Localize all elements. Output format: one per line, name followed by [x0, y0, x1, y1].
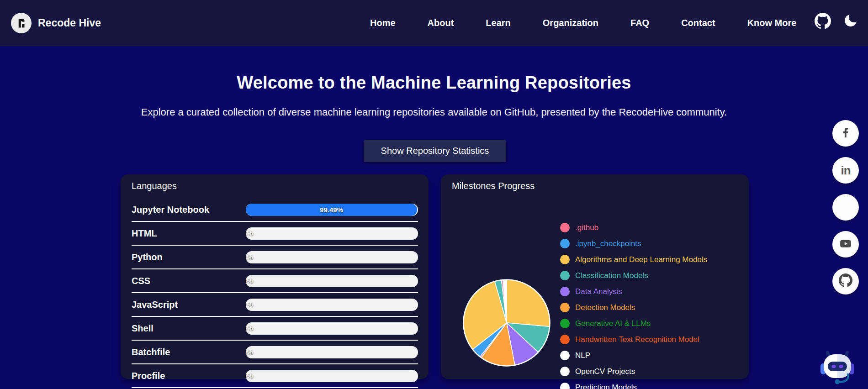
language-percent-label: 6%	[246, 229, 253, 237]
legend-label: .github	[575, 223, 598, 232]
legend-label: OpenCV Projects	[575, 367, 635, 376]
nav-link-contact[interactable]: Contact	[681, 18, 715, 28]
language-progress-bar: 99.49%	[246, 204, 418, 216]
brand-name: Recode Hive	[38, 17, 101, 29]
github-icon	[839, 273, 852, 289]
legend-label: Data Analysis	[575, 287, 622, 296]
legend-color-dot	[560, 383, 570, 389]
show-repository-statistics-button[interactable]: Show Repository Statistics	[364, 140, 506, 162]
language-row: Procfile0%	[132, 364, 418, 388]
legend-item[interactable]: .github	[560, 220, 707, 236]
language-rows: Jupyter Notebook99.49%HTML6%Python1%CSS3…	[132, 198, 418, 388]
legend-color-dot	[560, 367, 570, 376]
facebook-icon	[839, 126, 852, 141]
legend-color-dot	[560, 287, 570, 296]
languages-card: Languages Jupyter Notebook99.49%HTML6%Py…	[121, 174, 429, 379]
language-row: Batchfile0%	[132, 341, 418, 364]
legend-label: Generative AI & LLMs	[575, 319, 651, 328]
navbar: Recode Hive HomeAboutLearnOrganizationFA…	[0, 0, 868, 46]
legend-item[interactable]: .ipynb_checkpoints	[560, 236, 707, 252]
legend-label: .ipynb_checkpoints	[575, 239, 641, 248]
legend-label: Classification Models	[575, 271, 648, 280]
language-progress-bar: 0%	[246, 370, 418, 382]
legend-item[interactable]: Classification Models	[560, 268, 707, 284]
legend-color-dot	[560, 271, 570, 280]
chatbot-robot-icon[interactable]	[820, 350, 854, 387]
linkedin-icon: in	[841, 163, 850, 178]
nav-links: HomeAboutLearnOrganizationFAQContactKnow…	[370, 0, 796, 46]
language-row: HTML6%	[132, 222, 418, 246]
language-label: Procfile	[132, 371, 246, 381]
github-icon[interactable]	[815, 13, 831, 29]
nav-link-home[interactable]: Home	[370, 18, 396, 28]
language-percent-label: 0%	[246, 324, 253, 332]
language-progress-bar: 0%	[246, 322, 418, 335]
github-button[interactable]	[832, 268, 859, 294]
legend-item[interactable]: Data Analysis	[560, 284, 707, 300]
language-percent-label: 99.49%	[320, 206, 343, 214]
legend-label: Handwritten Text Recognition Model	[575, 335, 699, 344]
language-row: Jupyter Notebook99.49%	[132, 198, 418, 222]
language-progress-bar: 3%	[246, 275, 418, 287]
legend-label: Detection Models	[575, 303, 635, 312]
legend-color-dot	[560, 239, 570, 248]
language-percent-label: 0%	[246, 348, 253, 356]
language-label: HTML	[132, 228, 246, 239]
language-label: Jupyter Notebook	[132, 205, 246, 215]
social-button-blank[interactable]	[832, 194, 859, 221]
milestones-card: Milestones Progress .github.ipynb_checkp…	[441, 174, 749, 379]
nav-link-know-more[interactable]: Know More	[747, 18, 797, 28]
legend-label: NLP	[575, 351, 590, 360]
milestones-legend: .github.ipynb_checkpointsAlgorithms and …	[560, 220, 707, 389]
legend-color-dot	[560, 223, 570, 232]
legend-item[interactable]: Generative AI & LLMs	[560, 315, 707, 331]
language-label: Batchfile	[132, 347, 246, 357]
language-progress-bar: 1%	[246, 251, 418, 263]
language-label: Shell	[132, 323, 246, 334]
social-sidebar: in	[832, 120, 859, 294]
legend-item[interactable]: OpenCV Projects	[560, 363, 707, 379]
language-row: Python1%	[132, 246, 418, 269]
youtube-button[interactable]	[832, 231, 859, 258]
languages-card-title: Languages	[132, 181, 177, 191]
language-label: Python	[132, 252, 246, 263]
milestones-pie-chart	[463, 279, 550, 367]
legend-color-dot	[560, 351, 570, 360]
legend-item[interactable]: Algorithms and Deep Learning Models	[560, 252, 707, 268]
language-percent-label: 1%	[246, 253, 253, 261]
legend-color-dot	[560, 335, 570, 344]
language-percent-label: 1%	[246, 300, 253, 308]
legend-color-dot	[560, 255, 570, 264]
facebook-button[interactable]	[832, 120, 859, 147]
legend-item[interactable]: Handwritten Text Recognition Model	[560, 331, 707, 347]
page-title: Welcome to the Machine Learning Reposito…	[0, 73, 868, 93]
brand[interactable]: Recode Hive	[11, 13, 101, 33]
legend-item[interactable]: Prediction Models	[560, 379, 707, 389]
nav-link-organization[interactable]: Organization	[543, 18, 598, 28]
milestones-card-title: Milestones Progress	[452, 181, 535, 191]
page-subtitle: Explore a curated collection of diverse …	[0, 106, 868, 118]
language-row: Shell0%	[132, 317, 418, 341]
linkedin-button[interactable]: in	[832, 157, 859, 184]
legend-color-dot	[560, 303, 570, 312]
language-row: JavaScript1%	[132, 293, 418, 317]
recodehive-logo-icon	[11, 13, 32, 33]
legend-label: Algorithms and Deep Learning Models	[575, 255, 707, 264]
legend-item[interactable]: NLP	[560, 347, 707, 363]
language-progress-bar: 0%	[246, 346, 418, 358]
dark-mode-moon-icon[interactable]	[845, 15, 857, 27]
youtube-icon	[839, 237, 852, 252]
language-percent-label: 3%	[246, 277, 253, 284]
language-row: CSS3%	[132, 269, 418, 293]
legend-item[interactable]: Detection Models	[560, 300, 707, 315]
language-label: JavaScript	[132, 300, 246, 310]
legend-color-dot	[560, 319, 570, 328]
nav-link-about[interactable]: About	[428, 18, 454, 28]
language-progress-bar: 6%	[246, 227, 418, 240]
legend-label: Prediction Models	[575, 383, 637, 389]
nav-link-learn[interactable]: Learn	[486, 18, 510, 28]
language-percent-label: 0%	[246, 372, 253, 379]
language-label: CSS	[132, 276, 246, 286]
nav-link-faq[interactable]: FAQ	[630, 18, 649, 28]
language-progress-bar: 1%	[246, 299, 418, 311]
